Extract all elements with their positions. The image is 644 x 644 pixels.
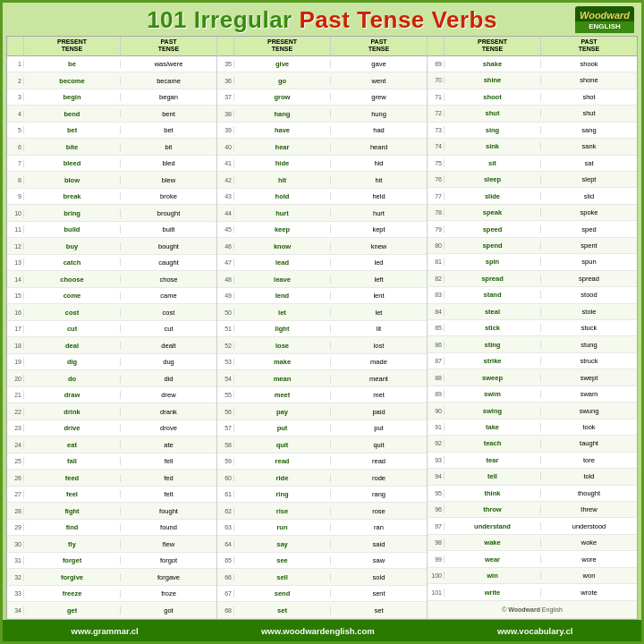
table-row: 11buildbuilt	[7, 222, 216, 239]
table-row: 17cutcut	[7, 321, 216, 338]
past-tense-header: PASTTENSE	[540, 37, 637, 55]
present-tense-value: drive	[23, 424, 120, 432]
row-number: 1	[7, 61, 23, 67]
table-row: 94telltold	[428, 469, 637, 485]
table-row: 68setset	[217, 602, 427, 619]
past-tense-value: made	[330, 358, 427, 366]
past-tense-value: caught	[120, 258, 216, 267]
present-tense-value: feel	[23, 490, 120, 498]
past-tense-value: brought	[120, 209, 216, 217]
footer-link-3[interactable]: www.vocabulary.cl	[497, 626, 572, 636]
table-row: 90swingswung	[428, 402, 637, 419]
past-tense-value: chose	[120, 275, 216, 284]
row-number: 7	[7, 160, 23, 166]
present-tense-value: fall	[23, 457, 120, 465]
past-tense-value: bet	[120, 126, 216, 134]
table-row: 22drinkdrank	[7, 403, 216, 420]
verb-table: PRESENTTENSEPASTTENSE1bewas/were2becomeb…	[6, 36, 638, 620]
past-tense-value: spun	[540, 258, 637, 266]
past-tense-value: rang	[330, 490, 427, 498]
present-tense-value: speed	[444, 225, 540, 233]
present-tense-value: forget	[23, 556, 120, 564]
present-tense-value: deal	[23, 342, 120, 350]
row-number: 78	[428, 209, 444, 216]
past-tense-value: sped	[540, 225, 637, 233]
past-tense-value: drew	[120, 391, 216, 399]
past-tense-value: left	[330, 275, 427, 284]
main-container: 101 Irregular Past Tense Verbs Woodward …	[0, 0, 644, 644]
row-number: 82	[428, 275, 444, 282]
past-tense-value: hid	[330, 159, 427, 167]
past-tense-value: rode	[330, 474, 427, 482]
footer: www.grammar.cl www.woodwardenglish.com w…	[3, 620, 641, 641]
past-tense-value: shot	[540, 93, 637, 101]
past-tense-value: struck	[540, 357, 637, 365]
table-row: 93teartore	[428, 453, 637, 469]
present-tense-value: bring	[23, 209, 120, 217]
table-row: 81spinspun	[428, 254, 637, 270]
table-row: 33freezefroze	[7, 586, 216, 603]
table-row: 100winwon	[428, 568, 637, 584]
present-tense-value: throw	[444, 505, 540, 513]
table-row: 60riderode	[217, 470, 427, 487]
footer-link-2[interactable]: www.woodwardenglish.com	[261, 626, 375, 636]
row-number: 40	[217, 144, 233, 150]
present-tense-value: keep	[233, 225, 330, 233]
past-tense-value: cost	[120, 309, 216, 317]
table-row: 39havehad	[217, 123, 427, 140]
past-tense-value: meant	[330, 375, 427, 383]
table-row: 3beginbegan	[7, 89, 216, 106]
past-tense-value: hung	[330, 110, 427, 118]
present-tense-value: slide	[444, 192, 540, 200]
present-tense-value: buy	[23, 242, 120, 250]
table-row: 79speedsped	[428, 221, 637, 237]
row-number: 50	[217, 309, 233, 316]
column-section-1: PRESENTTENSEPASTTENSE1bewas/were2becomeb…	[7, 37, 217, 619]
present-tense-value: let	[233, 309, 330, 317]
past-tense-value: read	[330, 457, 427, 465]
present-tense-value: mean	[233, 375, 330, 383]
table-row: 16costcost	[7, 304, 216, 321]
past-tense-value: lost	[330, 342, 427, 350]
row-number: 66	[217, 574, 233, 580]
past-tense-value: went	[330, 77, 427, 85]
present-tense-value: tell	[444, 472, 540, 480]
row-number: 67	[217, 590, 233, 597]
column-section-2: PRESENTTENSEPASTTENSE35givegave36gowent3…	[217, 37, 428, 619]
row-number: 35	[217, 61, 233, 67]
past-tense-value: fought	[120, 507, 216, 515]
present-tense-value: make	[233, 358, 330, 366]
footer-link-1[interactable]: www.grammar.cl	[72, 626, 139, 636]
past-tense-value: sent	[330, 589, 427, 597]
table-row: 28fightfought	[7, 503, 216, 520]
present-tense-header: PRESENTTENSE	[444, 37, 540, 55]
past-tense-header: PASTTENSE	[330, 37, 427, 55]
present-tense-value: think	[444, 489, 540, 497]
past-tense-header: PASTTENSE	[120, 37, 216, 55]
row-number: 79	[428, 226, 444, 233]
past-tense-value: fed	[120, 474, 216, 482]
past-tense-value: took	[540, 423, 637, 431]
row-number: 47	[217, 259, 233, 266]
row-number: 9	[7, 193, 23, 199]
present-tense-value: leave	[233, 275, 330, 284]
present-tense-value: hide	[233, 159, 330, 167]
row-number: 19	[7, 359, 23, 365]
row-number: 65	[217, 557, 233, 564]
past-tense-value: cut	[120, 325, 216, 333]
past-tense-value: shook	[540, 60, 637, 68]
past-tense-value: began	[120, 93, 216, 101]
present-tense-value: stick	[444, 324, 540, 332]
present-tense-value: get	[23, 606, 120, 614]
past-tense-value: forgave	[120, 573, 216, 581]
present-tense-value: forgive	[23, 573, 120, 581]
present-tense-value: hit	[233, 176, 330, 184]
table-row: 44hurthurt	[217, 205, 427, 222]
table-row: 59readread	[217, 453, 427, 470]
table-row: 63runran	[217, 520, 427, 537]
row-number: 60	[217, 475, 233, 481]
table-row: 74sinksank	[428, 139, 637, 155]
row-number: 54	[217, 376, 233, 382]
present-tense-value: shoot	[444, 93, 540, 101]
page-title: 101 Irregular Past Tense Verbs	[3, 6, 641, 34]
